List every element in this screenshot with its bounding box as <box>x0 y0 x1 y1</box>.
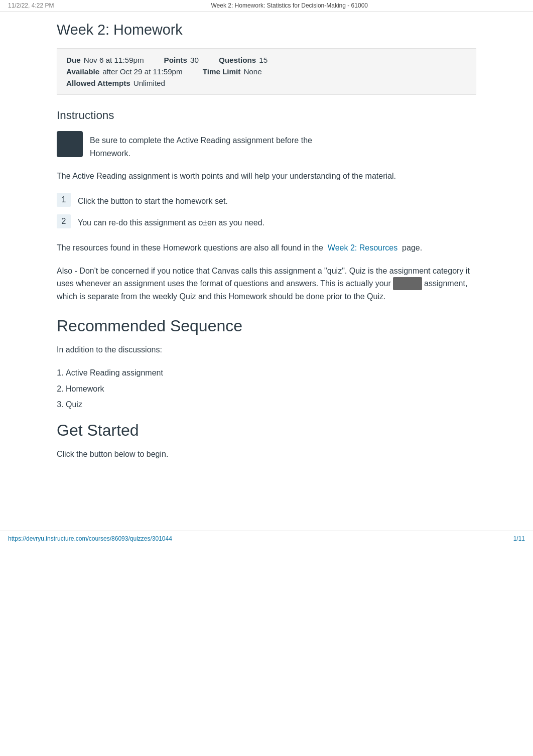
notice-icon <box>57 131 83 157</box>
meta-available-label: Available <box>66 67 99 76</box>
notice-text: Be sure to complete the Active Reading a… <box>90 131 312 160</box>
instructions-body1: The Active Reading assignment is worth p… <box>57 170 476 183</box>
step-2-text: You can re-do this assignment as o±en as… <box>78 214 264 229</box>
step-2-number: 2 <box>57 214 71 228</box>
get-started-heading: Get Started <box>57 421 476 440</box>
page-title: Week 2: Homework <box>57 22 476 38</box>
recommended-item-3: Quiz <box>66 398 476 411</box>
footer: https://devryu.instructure.com/courses/8… <box>0 531 533 546</box>
meta-table: Due Nov 6 at 11:59pm Points 30 Questions… <box>57 48 476 95</box>
browser-page-title: Week 2: Homework: Statistics for Decisio… <box>211 2 368 9</box>
meta-available-value: after Oct 29 at 11:59pm <box>102 67 183 76</box>
meta-points-value: 30 <box>190 56 199 64</box>
recommended-section: Recommended Sequence In addition to the … <box>57 317 476 411</box>
redacted-word <box>393 277 422 290</box>
footer-page: 1/11 <box>513 535 525 542</box>
instructions-heading: Instructions <box>57 109 476 122</box>
meta-timelimit-label: Time Limit <box>203 67 241 76</box>
resources-paragraph: The resources found in these Homework qu… <box>57 241 476 255</box>
meta-timelimit: Time Limit None <box>203 67 262 76</box>
step-1-text: Click the button to start the homework s… <box>78 193 228 208</box>
meta-questions: Questions 15 <box>219 56 268 64</box>
meta-points: Points 30 <box>164 56 199 64</box>
get-started-section: Get Started Click the button below to be… <box>57 421 476 461</box>
meta-due: Due Nov 6 at 11:59pm <box>66 56 144 64</box>
recommended-item-1: Active Reading assignment <box>66 366 476 380</box>
recommended-item-2: Homework <box>66 383 476 396</box>
browser-timestamp: 11/2/22, 4:22 PM <box>8 2 54 9</box>
step-1: 1 Click the button to start the homework… <box>57 193 476 208</box>
resources-text-after: page. <box>402 243 422 252</box>
meta-attempts-value: Unlimited <box>134 79 165 87</box>
meta-due-value: Nov 6 at 11:59pm <box>84 56 144 64</box>
meta-row-1: Due Nov 6 at 11:59pm Points 30 Questions… <box>66 56 467 64</box>
get-started-body: Click the button below to begin. <box>57 448 476 461</box>
resources-text-before: The resources found in these Homework qu… <box>57 243 323 252</box>
notice-line1: Be sure to complete the Active Reading a… <box>90 136 312 145</box>
also-paragraph: Also - Don't be concerned if you notice … <box>57 265 476 303</box>
recommended-list: Active Reading assignment Homework Quiz <box>57 366 476 411</box>
meta-attempts-label: Allowed Attempts <box>66 79 130 87</box>
recommended-heading: Recommended Sequence <box>57 317 476 335</box>
meta-attempts: Allowed Attempts Unlimited <box>66 79 165 87</box>
step-2: 2 You can re-do this assignment as o±en … <box>57 214 476 229</box>
meta-timelimit-value: None <box>243 67 261 76</box>
resources-link[interactable]: Week 2: Resources <box>328 243 397 252</box>
step-1-number: 1 <box>57 193 71 207</box>
meta-questions-value: 15 <box>259 56 268 64</box>
meta-due-label: Due <box>66 56 81 64</box>
page-content: Week 2: Homework Due Nov 6 at 11:59pm Po… <box>41 12 492 500</box>
meta-row-3: Allowed Attempts Unlimited <box>66 79 467 87</box>
meta-questions-label: Questions <box>219 56 256 64</box>
meta-available: Available after Oct 29 at 11:59pm <box>66 67 183 76</box>
footer-url[interactable]: https://devryu.instructure.com/courses/8… <box>8 535 172 542</box>
notice-line2: Homework. <box>90 149 130 158</box>
notice-box: Be sure to complete the Active Reading a… <box>57 131 476 160</box>
instructions-section: Instructions Be sure to complete the Act… <box>57 109 476 303</box>
steps-list: 1 Click the button to start the homework… <box>57 193 476 229</box>
meta-row-2: Available after Oct 29 at 11:59pm Time L… <box>66 67 467 76</box>
meta-points-label: Points <box>164 56 187 64</box>
recommended-intro: In addition to the discussions: <box>57 343 476 356</box>
browser-bar: 11/2/22, 4:22 PM Week 2: Homework: Stati… <box>0 0 533 12</box>
